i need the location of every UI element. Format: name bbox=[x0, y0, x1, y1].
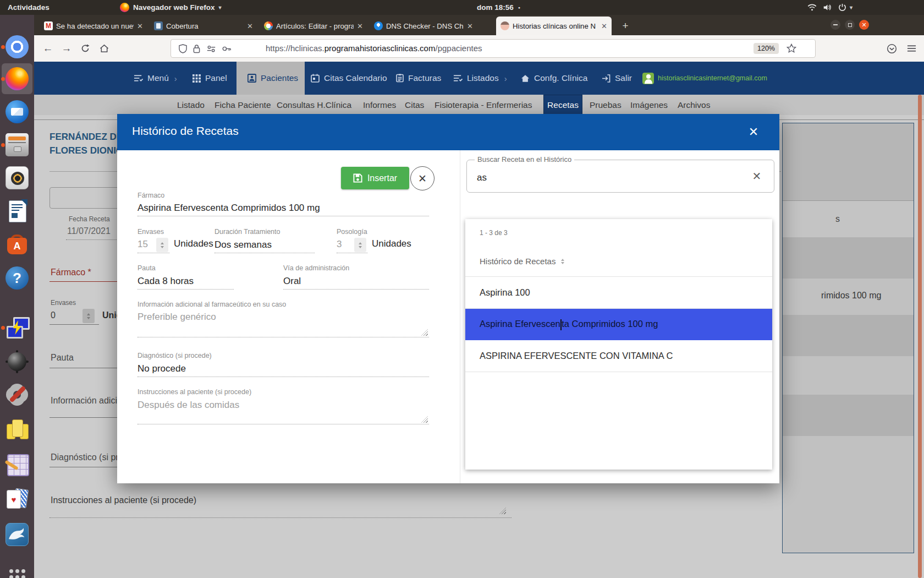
dock-ubuntu-software[interactable]: A bbox=[3, 230, 31, 258]
tab-close-icon[interactable]: ✕ bbox=[467, 22, 473, 30]
modal-close-button[interactable]: ✕ bbox=[745, 124, 762, 140]
menu-button[interactable] bbox=[903, 35, 920, 62]
window-close-button[interactable]: ✕ bbox=[859, 20, 869, 30]
page-scrollbar[interactable] bbox=[918, 95, 922, 578]
dock-solitaire[interactable]: ♥ bbox=[3, 484, 31, 512]
via-value[interactable]: Oral bbox=[283, 276, 301, 287]
window-minimize-button[interactable] bbox=[831, 20, 840, 30]
tab-close-icon[interactable]: ✕ bbox=[247, 22, 253, 30]
info-adicional-placeholder[interactable]: Preferible genérico bbox=[138, 312, 216, 323]
resize-grip-icon[interactable] bbox=[421, 329, 428, 336]
bookmark-star-icon[interactable] bbox=[787, 43, 796, 56]
subnav-ficha-paciente[interactable]: Ficha Paciente bbox=[215, 95, 271, 115]
posologia-stepper[interactable] bbox=[354, 238, 366, 252]
dock-mahjongg[interactable] bbox=[3, 415, 31, 443]
dock-chromium[interactable] bbox=[3, 32, 31, 61]
pocket-button[interactable] bbox=[883, 35, 900, 62]
result-row-selected[interactable]: Aspirina Efervescenta Comprimidos 100 mg bbox=[465, 309, 772, 340]
dock-rhythmbox[interactable] bbox=[3, 163, 31, 192]
tab-close-icon[interactable]: ✕ bbox=[137, 22, 143, 30]
subnav-citas[interactable]: Citas bbox=[405, 95, 424, 115]
dock-thunderbird[interactable] bbox=[3, 97, 31, 126]
lock-icon[interactable] bbox=[193, 44, 200, 56]
insertar-button[interactable]: Insertar bbox=[341, 167, 409, 189]
result-row[interactable]: Aspirina 100 bbox=[465, 277, 772, 308]
form-close-button[interactable]: ✕ bbox=[410, 166, 435, 190]
farmaco-value[interactable]: Aspirina Efervescenta Comprimidos 100 mg bbox=[138, 203, 320, 214]
wifi-icon[interactable] bbox=[807, 0, 817, 15]
firefox-icon bbox=[6, 67, 29, 90]
subnav-listado[interactable]: Listado bbox=[177, 95, 205, 115]
activities-button[interactable]: Actividades bbox=[8, 0, 50, 15]
nav-salir[interactable]: Salir bbox=[602, 62, 632, 95]
duracion-value[interactable]: Dos semanas bbox=[215, 239, 272, 250]
user-account[interactable]: historiasclinicasinternet@gmail.com bbox=[642, 62, 767, 95]
dock-file-cabinet[interactable] bbox=[3, 130, 31, 159]
subnav-informes[interactable]: Informes bbox=[363, 95, 396, 115]
list-icon bbox=[453, 74, 463, 82]
window-maximize-button[interactable] bbox=[845, 20, 855, 30]
back-button[interactable]: ← bbox=[40, 35, 56, 62]
dock-show-applications[interactable] bbox=[3, 563, 31, 578]
tracking-shield-icon[interactable] bbox=[179, 44, 187, 56]
zoom-level-badge[interactable]: 120% bbox=[754, 43, 779, 54]
tab-close-icon[interactable]: ✕ bbox=[601, 22, 607, 30]
app-menu[interactable]: Navegador web Firefox ▾ bbox=[120, 0, 222, 15]
volume-icon[interactable] bbox=[823, 0, 832, 15]
home-button[interactable] bbox=[96, 35, 112, 62]
sudoku-icon bbox=[6, 452, 29, 476]
search-field[interactable]: Buscar Receta en el Histórico as bbox=[466, 160, 774, 193]
result-row[interactable]: ASPIRINA EFERVESCENTE CON VITAMINA C bbox=[465, 340, 772, 372]
dock-tweaks[interactable] bbox=[3, 380, 31, 409]
results-column-header[interactable]: Histórico de Recetas bbox=[480, 257, 564, 266]
save-icon bbox=[353, 173, 362, 183]
instrucciones-placeholder[interactable]: Después de las comidas bbox=[138, 400, 239, 411]
nav-listados[interactable]: Listados › bbox=[453, 62, 507, 95]
nav-citas-calendario[interactable]: Citas Calendario bbox=[311, 62, 387, 95]
hamburger-icon bbox=[907, 45, 916, 52]
power-menu[interactable]: ▾ bbox=[838, 0, 853, 15]
tab-gmail[interactable]: M Se ha detectado un nuev ✕ bbox=[40, 17, 147, 35]
nav-panel[interactable]: Panel bbox=[193, 62, 227, 95]
key-icon[interactable] bbox=[222, 44, 232, 56]
dock-help[interactable]: ? bbox=[3, 264, 31, 292]
subnav-archivos[interactable]: Archivos bbox=[678, 95, 710, 115]
menu-icon bbox=[134, 74, 143, 82]
envases-stepper[interactable] bbox=[156, 238, 168, 252]
tab-cobertura[interactable]: Cobertura ✕ bbox=[150, 17, 257, 35]
thunderbird-icon bbox=[6, 100, 29, 123]
subnav-recetas[interactable]: Recetas bbox=[543, 95, 582, 115]
resize-grip-icon[interactable] bbox=[421, 416, 428, 423]
clock[interactable]: dom 18:56 ● bbox=[477, 0, 520, 15]
dock-gnome-mines[interactable] bbox=[3, 347, 31, 376]
subnav-imagenes[interactable]: Imágenes bbox=[630, 95, 668, 115]
dock-mysql-workbench[interactable] bbox=[3, 520, 31, 549]
forward-button[interactable]: → bbox=[58, 35, 75, 62]
calendar-icon bbox=[311, 74, 320, 83]
diagnostico-value[interactable]: No procede bbox=[138, 363, 186, 374]
tab-dns-checker[interactable]: DNS Checker - DNS Check ✕ bbox=[370, 17, 477, 35]
subnav-pruebas[interactable]: Pruebas bbox=[590, 95, 622, 115]
permissions-icon[interactable] bbox=[206, 44, 216, 56]
subnav-fisioterapia[interactable]: Fisioterapia - Enfermerias bbox=[435, 95, 532, 115]
nav-facturas[interactable]: Facturas bbox=[396, 62, 441, 95]
dock-remote-desktop[interactable] bbox=[3, 313, 31, 342]
new-tab-button[interactable]: + bbox=[618, 19, 632, 32]
tab-close-icon[interactable]: ✕ bbox=[357, 22, 363, 30]
tab-joomla[interactable]: Artículos: Editar - progra ✕ bbox=[260, 17, 367, 35]
field-underline bbox=[215, 253, 315, 253]
tab-historias-clinicas[interactable]: Historias clínicas online N ✕ bbox=[496, 17, 612, 35]
search-clear-button[interactable]: ✕ bbox=[750, 169, 764, 183]
nav-pacientes[interactable]: Pacientes bbox=[248, 62, 298, 95]
dock-libreoffice[interactable] bbox=[3, 197, 31, 225]
pauta-value[interactable]: Cada 8 horas bbox=[138, 276, 194, 287]
dock-sudoku[interactable] bbox=[3, 450, 31, 478]
posologia-value[interactable]: 3 bbox=[337, 239, 342, 250]
reload-button[interactable] bbox=[77, 35, 94, 62]
nav-confg-clinica[interactable]: Confg. Clínica bbox=[521, 62, 587, 95]
subnav-consultas[interactable]: Consultas H.Clínica bbox=[277, 95, 351, 115]
nav-menu[interactable]: Menú › bbox=[134, 62, 177, 95]
envases-value[interactable]: 15 bbox=[138, 239, 148, 250]
url-bar[interactable]: https://hclinicas.programahistoriasclini… bbox=[170, 39, 816, 58]
dock-firefox[interactable] bbox=[3, 64, 31, 93]
